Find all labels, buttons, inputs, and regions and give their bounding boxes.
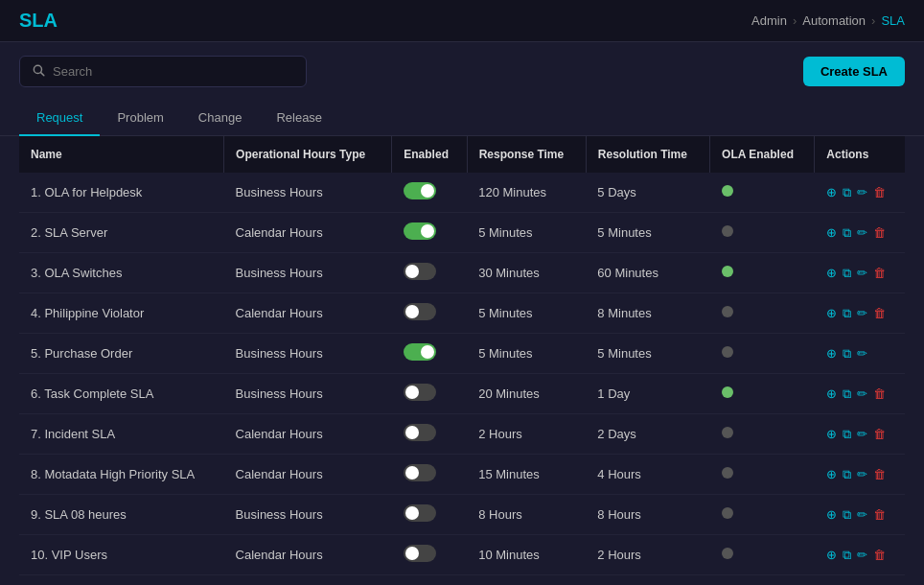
cell-ola-enabled xyxy=(710,173,815,213)
cell-name: 5. Purchase Order xyxy=(19,334,224,374)
edit-icon[interactable]: ✏ xyxy=(857,386,867,401)
edit-icon[interactable]: ✏ xyxy=(857,225,867,240)
copy-icon[interactable]: ⧉ xyxy=(843,548,851,563)
copy-icon[interactable]: ⧉ xyxy=(843,427,851,442)
edit-icon[interactable]: ✏ xyxy=(857,185,867,199)
copy-icon[interactable]: ⧉ xyxy=(843,306,851,321)
move-icon[interactable]: ⊕ xyxy=(826,467,837,481)
cell-resolution: 8 Minutes xyxy=(586,293,709,334)
toggle-thumb xyxy=(421,224,434,238)
copy-icon[interactable]: ⧉ xyxy=(843,467,851,482)
cell-response: 5 Minutes xyxy=(467,334,586,374)
cell-ola-enabled xyxy=(710,374,815,414)
toggle-thumb xyxy=(405,466,419,480)
move-icon[interactable]: ⊕ xyxy=(826,346,837,361)
tab-problem[interactable]: Problem xyxy=(100,101,180,136)
move-icon[interactable]: ⊕ xyxy=(826,548,837,562)
delete-icon[interactable]: 🗑 xyxy=(873,507,886,522)
move-icon[interactable]: ⊕ xyxy=(826,306,837,320)
col-resolution: Resolution Time xyxy=(586,136,709,173)
breadcrumb-automation[interactable]: Automation xyxy=(802,13,866,28)
delete-icon[interactable]: 🗑 xyxy=(873,306,886,320)
toggle-thumb xyxy=(405,506,419,520)
move-icon[interactable]: ⊕ xyxy=(826,225,837,240)
edit-icon[interactable]: ✏ xyxy=(857,548,867,562)
cell-name: 10. VIP Users xyxy=(19,535,224,575)
ola-status-dot xyxy=(722,427,733,438)
enabled-toggle[interactable] xyxy=(404,182,436,199)
copy-icon[interactable]: ⧉ xyxy=(843,225,851,241)
move-icon[interactable]: ⊕ xyxy=(826,427,837,441)
copy-icon[interactable]: ⧉ xyxy=(843,266,851,281)
cell-enabled xyxy=(392,414,467,455)
cell-ola-enabled xyxy=(710,253,815,293)
edit-icon[interactable]: ✏ xyxy=(857,346,867,361)
cell-resolution: 5 Minutes xyxy=(586,213,709,253)
move-icon[interactable]: ⊕ xyxy=(826,185,837,199)
enabled-toggle[interactable] xyxy=(404,222,436,240)
cell-resolution: 5 Minutes xyxy=(586,334,709,374)
delete-icon[interactable]: 🗑 xyxy=(873,266,886,280)
edit-icon[interactable]: ✏ xyxy=(857,427,867,441)
delete-icon[interactable]: 🗑 xyxy=(873,185,886,199)
enabled-toggle[interactable] xyxy=(404,384,436,401)
enabled-toggle[interactable] xyxy=(404,424,436,441)
breadcrumb-admin[interactable]: Admin xyxy=(751,13,787,28)
tab-release[interactable]: Release xyxy=(259,101,339,136)
copy-icon[interactable]: ⧉ xyxy=(843,386,851,402)
toggle-thumb xyxy=(421,184,434,198)
breadcrumb-sep-2: › xyxy=(871,13,875,28)
cell-resolution: 8 Hours xyxy=(586,495,709,535)
cell-actions: ⊕⧉✏🗑 xyxy=(815,495,905,535)
table-row: 10. VIP UsersCalendar Hours10 Minutes2 H… xyxy=(19,535,905,575)
breadcrumb-sep-1: › xyxy=(793,13,797,28)
cell-response: 20 Minutes xyxy=(467,374,586,414)
col-name: Name xyxy=(19,136,224,173)
action-buttons: ⊕⧉✏ xyxy=(826,346,893,362)
sla-table: Name Operational Hours Type Enabled Resp… xyxy=(19,136,905,575)
delete-icon[interactable]: 🗑 xyxy=(873,548,886,562)
delete-icon[interactable]: 🗑 xyxy=(873,467,886,481)
enabled-toggle[interactable] xyxy=(404,303,436,320)
cell-actions: ⊕⧉✏🗑 xyxy=(815,173,905,213)
delete-icon[interactable]: 🗑 xyxy=(873,427,886,441)
edit-icon[interactable]: ✏ xyxy=(857,507,867,522)
enabled-toggle[interactable] xyxy=(404,263,436,280)
move-icon[interactable]: ⊕ xyxy=(826,507,837,522)
edit-icon[interactable]: ✏ xyxy=(857,266,867,280)
delete-icon[interactable]: 🗑 xyxy=(873,386,886,401)
enabled-toggle[interactable] xyxy=(404,464,436,481)
cell-op-hours: Business Hours xyxy=(224,495,392,535)
cell-op-hours: Calendar Hours xyxy=(224,455,392,495)
ola-status-dot xyxy=(722,467,733,479)
cell-name: 8. Motadata High Priority SLA xyxy=(19,455,224,495)
cell-resolution: 2 Days xyxy=(586,414,709,455)
move-icon[interactable]: ⊕ xyxy=(826,266,837,280)
cell-name: 3. OLA Switches xyxy=(19,253,224,293)
enabled-toggle[interactable] xyxy=(404,545,436,562)
cell-resolution: 2 Hours xyxy=(586,535,709,575)
move-icon[interactable]: ⊕ xyxy=(826,386,837,401)
breadcrumb: Admin › Automation › SLA xyxy=(751,13,905,28)
create-sla-button[interactable]: Create SLA xyxy=(803,57,905,86)
cell-ola-enabled xyxy=(710,414,815,455)
cell-response: 10 Minutes xyxy=(467,535,586,575)
copy-icon[interactable]: ⧉ xyxy=(843,507,851,523)
copy-icon[interactable]: ⧉ xyxy=(843,185,851,200)
edit-icon[interactable]: ✏ xyxy=(857,467,867,481)
search-input[interactable] xyxy=(53,64,294,79)
tab-change[interactable]: Change xyxy=(181,101,260,136)
edit-icon[interactable]: ✏ xyxy=(857,306,867,320)
cell-ola-enabled xyxy=(710,455,815,495)
toggle-thumb xyxy=(405,386,419,399)
enabled-toggle[interactable] xyxy=(404,343,436,361)
cell-enabled xyxy=(392,455,467,495)
enabled-toggle[interactable] xyxy=(404,504,436,522)
ola-status-dot xyxy=(722,185,733,197)
action-buttons: ⊕⧉✏🗑 xyxy=(826,507,893,523)
cell-op-hours: Business Hours xyxy=(224,253,392,293)
delete-icon[interactable]: 🗑 xyxy=(873,225,886,240)
cell-response: 120 Minutes xyxy=(467,173,586,213)
copy-icon[interactable]: ⧉ xyxy=(843,346,851,362)
tab-request[interactable]: Request xyxy=(19,101,100,136)
